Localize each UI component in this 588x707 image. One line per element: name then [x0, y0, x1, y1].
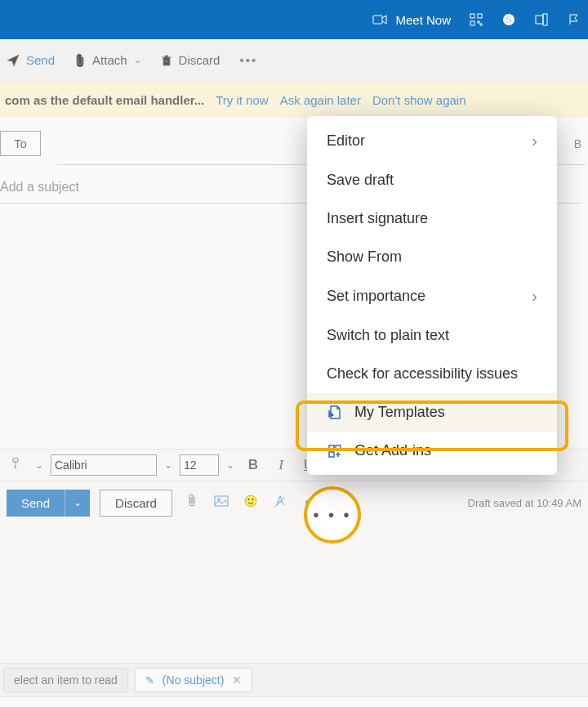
svg-rect-5: [480, 24, 482, 25]
infobar-text: com as the default email handler...: [5, 93, 204, 107]
format-painter-icon[interactable]: [5, 457, 28, 474]
chevron-right-icon: ›: [532, 132, 537, 150]
send-split-button: Send ⌄: [7, 490, 90, 517]
chevron-down-icon[interactable]: ⌄: [162, 459, 175, 471]
menu-label: Show From: [327, 248, 402, 266]
send-label: Send: [26, 53, 55, 67]
menu-get-addins[interactable]: Get Add-ins: [307, 432, 557, 470]
tab-label: (No subject): [163, 673, 224, 687]
svg-rect-1: [470, 14, 474, 18]
discard-button[interactable]: Discard: [161, 53, 220, 67]
ask-later-link[interactable]: Ask again later: [280, 93, 361, 107]
title-bar: Meet Now S: [0, 0, 588, 39]
picture-icon[interactable]: [212, 495, 231, 510]
send-button-main[interactable]: Send: [7, 490, 65, 517]
tab-draft[interactable]: ✎ (No subject) ✕: [135, 668, 252, 692]
menu-accessibility[interactable]: Check for accessibility issues: [307, 355, 557, 393]
italic-button[interactable]: I: [270, 457, 292, 473]
menu-label: Insert signature: [327, 210, 428, 227]
svg-point-13: [245, 495, 256, 507]
svg-point-12: [217, 499, 220, 501]
flag-icon[interactable]: [567, 12, 581, 27]
menu-label: My Templates: [354, 404, 445, 421]
attach-icon[interactable]: [182, 494, 202, 512]
highlight-more-button: • • •: [304, 486, 361, 544]
menu-label: Editor: [327, 132, 365, 150]
meet-now-label: Meet Now: [395, 13, 451, 27]
to-button[interactable]: To: [0, 131, 41, 156]
more-button[interactable]: •••: [239, 53, 257, 67]
video-icon: [372, 12, 387, 27]
more-context-menu: Editor › Save draft Insert signature Sho…: [307, 116, 557, 475]
menu-show-from[interactable]: Show From: [307, 238, 557, 276]
svg-rect-3: [470, 21, 474, 25]
menu-label: Switch to plain text: [327, 327, 449, 344]
svg-rect-0: [373, 16, 382, 24]
menu-label: Set importance: [327, 288, 425, 305]
menu-plain-text[interactable]: Switch to plain text: [307, 316, 557, 355]
bcc-button[interactable]: B: [574, 137, 581, 150]
svg-rect-4: [478, 21, 479, 23]
reading-pane: [0, 524, 588, 663]
chevron-down-icon[interactable]: ⌄: [224, 459, 237, 471]
font-name-select[interactable]: [51, 454, 157, 476]
meet-now-button[interactable]: Meet Now: [372, 12, 451, 27]
emoji-icon[interactable]: [241, 494, 261, 511]
menu-label: Save draft: [327, 172, 394, 189]
pencil-icon: ✎: [145, 674, 154, 687]
font-size-select[interactable]: [180, 454, 219, 476]
svg-rect-8: [536, 16, 543, 24]
format-icon[interactable]: [270, 494, 290, 511]
menu-insert-signature[interactable]: Insert signature: [307, 199, 557, 238]
menu-my-templates[interactable]: My Templates: [307, 393, 557, 432]
try-it-now-link[interactable]: Try it now: [216, 93, 268, 107]
chevron-down-icon: ⌄: [134, 55, 141, 65]
svg-rect-9: [543, 14, 547, 25]
discard-button-2[interactable]: Discard: [100, 490, 172, 517]
info-bar: com as the default email handler... Try …: [0, 82, 588, 118]
close-icon[interactable]: ✕: [232, 673, 242, 687]
attach-label: Attach: [92, 53, 127, 67]
skype-icon[interactable]: S: [501, 12, 516, 27]
templates-icon: [327, 405, 343, 421]
send-button[interactable]: Send: [7, 53, 55, 67]
menu-set-importance[interactable]: Set importance ›: [307, 276, 557, 316]
bold-button[interactable]: B: [242, 457, 265, 473]
app-icon[interactable]: [534, 12, 549, 27]
svg-point-15: [252, 499, 253, 500]
menu-save-draft[interactable]: Save draft: [307, 161, 557, 199]
addins-icon: [327, 443, 343, 459]
tab-strip: elect an item to read ✎ (No subject) ✕: [0, 663, 588, 697]
draft-status: Draft saved at 10:49 AM: [468, 497, 581, 509]
send-button-dropdown[interactable]: ⌄: [65, 490, 90, 517]
chevron-down-icon[interactable]: ⌄: [33, 459, 46, 471]
discard-label: Discard: [179, 53, 220, 67]
dont-show-link[interactable]: Don't show again: [372, 93, 466, 107]
menu-label: Check for accessibility issues: [327, 365, 518, 383]
tab-reading[interactable]: elect an item to read: [3, 668, 128, 692]
svg-rect-2: [478, 14, 482, 18]
chevron-right-icon: ›: [532, 287, 537, 306]
menu-label: Get Add-ins: [354, 442, 431, 459]
svg-rect-16: [329, 445, 334, 450]
tab-label: elect an item to read: [14, 673, 118, 687]
attach-button[interactable]: Attach ⌄: [74, 53, 141, 68]
svg-rect-18: [329, 452, 334, 457]
svg-rect-17: [336, 445, 341, 450]
qr-icon[interactable]: [469, 12, 483, 27]
action-bar: Send ⌄ Discard ••• Draft saved at 10:49 …: [0, 481, 588, 524]
svg-point-14: [247, 499, 249, 500]
compose-toolbar: Send Attach ⌄ Discard •••: [0, 39, 588, 82]
menu-editor[interactable]: Editor ›: [307, 121, 557, 161]
svg-text:S: S: [506, 15, 511, 25]
